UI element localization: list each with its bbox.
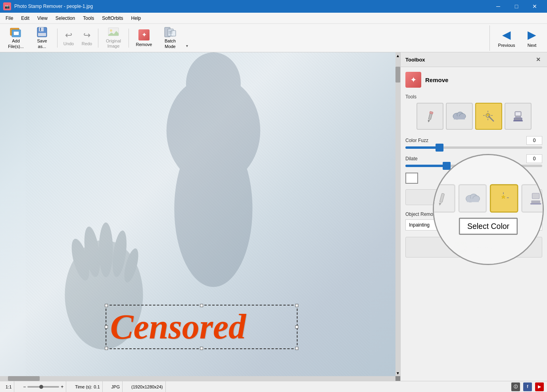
dilate-label-row: Dilate 0: [405, 154, 542, 163]
redo-button[interactable]: ↪ Redo: [78, 25, 96, 51]
object-removing-mode-section: Object Removing Mode Inpainting ▼: [405, 211, 542, 231]
zoom-slider-control: − +: [23, 384, 63, 390]
vertical-scrollbar[interactable]: ▲ ▼: [395, 52, 400, 376]
color-swatch[interactable]: [405, 173, 418, 184]
selection-controls-row: Clear Selection: [405, 189, 542, 205]
color-fuzz-value[interactable]: 0: [526, 136, 542, 145]
minimize-button[interactable]: ─: [489, 0, 507, 13]
mode-selected-label: Inpainting: [409, 222, 430, 228]
remove-title: Remove: [425, 77, 448, 83]
tool-magic-wand-button[interactable]: [475, 103, 502, 130]
zoom-thumb[interactable]: [39, 385, 43, 389]
menu-help[interactable]: Help: [127, 14, 145, 23]
clear-selection-label: Clear Selection: [438, 194, 472, 200]
menu-softorbits[interactable]: SoftOrbits: [98, 14, 127, 23]
remove-button-label: Remove: [472, 244, 495, 251]
time-value: 0.1: [94, 384, 100, 389]
tools-section-label: Tools: [405, 94, 542, 100]
remove-icon: ✦: [405, 72, 421, 88]
selection-icons-row: [508, 189, 542, 205]
facebook-button[interactable]: f: [523, 382, 532, 391]
tool-stamp-button[interactable]: [505, 103, 532, 130]
undo-label: Undo: [63, 41, 74, 46]
inpainting-dropdown[interactable]: Inpainting ▼: [405, 219, 542, 231]
scroll-down-arrow[interactable]: ▼: [395, 370, 400, 376]
clear-selection-button[interactable]: Clear Selection: [405, 189, 505, 205]
batch-mode-button[interactable]: BatchMode: [157, 25, 183, 51]
dilate-track[interactable]: [405, 165, 542, 167]
youtube-button[interactable]: ▶: [535, 382, 544, 391]
scroll-thumb-horizontal[interactable]: [8, 376, 40, 381]
photo-background: Censored: [0, 52, 395, 376]
scroll-thumb-vertical[interactable]: [395, 67, 400, 83]
svg-point-22: [99, 223, 113, 277]
canvas-area[interactable]: Censored ▲: [0, 52, 400, 381]
toolbar-separator-3: [129, 29, 129, 48]
svg-point-17: [174, 131, 252, 287]
navigation-buttons: ◀ Previous ▶ Next: [489, 25, 544, 51]
selection-rectangle-button[interactable]: [508, 189, 524, 205]
time-display: Time (s): 0.1: [73, 381, 102, 392]
add-files-button[interactable]: AddFile(s)...: [3, 25, 29, 51]
image-canvas: Censored: [0, 52, 395, 376]
batch-mode-label: BatchMode: [165, 38, 176, 49]
maximize-button[interactable]: □: [507, 0, 526, 13]
save-as-button[interactable]: Saveas...: [29, 25, 55, 51]
zoom-ratio: 1:1: [6, 384, 12, 389]
svg-rect-31: [454, 116, 465, 119]
undo-icon: ↩: [65, 30, 72, 40]
svg-rect-6: [38, 33, 46, 36]
original-image-button[interactable]: OriginalImage: [101, 25, 126, 51]
menu-edit[interactable]: Edit: [17, 14, 33, 23]
dimensions-label: (1920x1280x24): [131, 384, 163, 389]
next-icon: ▶: [528, 28, 536, 41]
redo-icon: ↪: [83, 30, 90, 40]
info-button[interactable]: ⓘ: [511, 382, 520, 391]
remove-button[interactable]: ▶▶ Remove: [405, 237, 542, 257]
svg-point-8: [110, 29, 112, 32]
previous-button[interactable]: ◀ Previous: [495, 25, 518, 51]
zoom-minus-button[interactable]: −: [23, 384, 26, 390]
zoom-slider[interactable]: [27, 386, 59, 388]
svg-rect-4: [39, 27, 44, 31]
zoom-level: 1:1: [3, 381, 14, 392]
dilate-fill: [405, 165, 447, 167]
previous-icon: ◀: [502, 28, 511, 41]
toolbox-close-button[interactable]: ✕: [534, 56, 542, 63]
horizontal-scrollbar[interactable]: [0, 376, 395, 381]
color-fuzz-thumb[interactable]: [436, 144, 443, 152]
add-files-icon: [10, 27, 22, 38]
color-fuzz-track[interactable]: [405, 146, 542, 149]
zoom-plus-button[interactable]: +: [61, 384, 63, 390]
tool-pencil-button[interactable]: [416, 103, 443, 130]
close-button[interactable]: ✕: [526, 0, 544, 13]
remove-toolbar-icon: ✦: [138, 29, 150, 41]
batch-mode-icon: [164, 27, 177, 38]
save-icon: [36, 27, 48, 38]
censored-text: Censored: [110, 309, 293, 344]
dilate-value[interactable]: 0: [526, 154, 542, 163]
svg-rect-42: [514, 118, 522, 120]
original-image-label: OriginalImage: [106, 38, 121, 49]
svg-marker-26: [427, 120, 430, 123]
menu-bar: File Edit View Selection Tools SoftOrbit…: [0, 13, 547, 24]
menu-view[interactable]: View: [33, 14, 52, 23]
remove-toolbar-button[interactable]: ✦ Remove: [131, 25, 157, 51]
menu-selection[interactable]: Selection: [52, 14, 79, 23]
selection-lasso-button[interactable]: [526, 189, 542, 205]
tool-brush-button[interactable]: [446, 103, 473, 130]
zoom-control-area: − +: [21, 381, 66, 392]
format-label: JPG: [111, 384, 120, 389]
batch-mode-arrow[interactable]: ▾: [184, 43, 190, 49]
scroll-up-arrow[interactable]: ▲: [395, 52, 400, 59]
time-label: Time (s):: [75, 384, 92, 389]
menu-tools[interactable]: Tools: [79, 14, 98, 23]
undo-button[interactable]: ↩ Undo: [60, 25, 77, 51]
status-right-area: ⓘ f ▶: [511, 382, 544, 391]
svg-rect-40: [516, 112, 520, 115]
menu-file[interactable]: File: [2, 14, 17, 23]
svg-rect-2: [13, 31, 19, 35]
image-format: JPG: [109, 381, 123, 392]
dilate-thumb[interactable]: [443, 162, 451, 170]
next-button[interactable]: ▶ Next: [520, 25, 544, 51]
